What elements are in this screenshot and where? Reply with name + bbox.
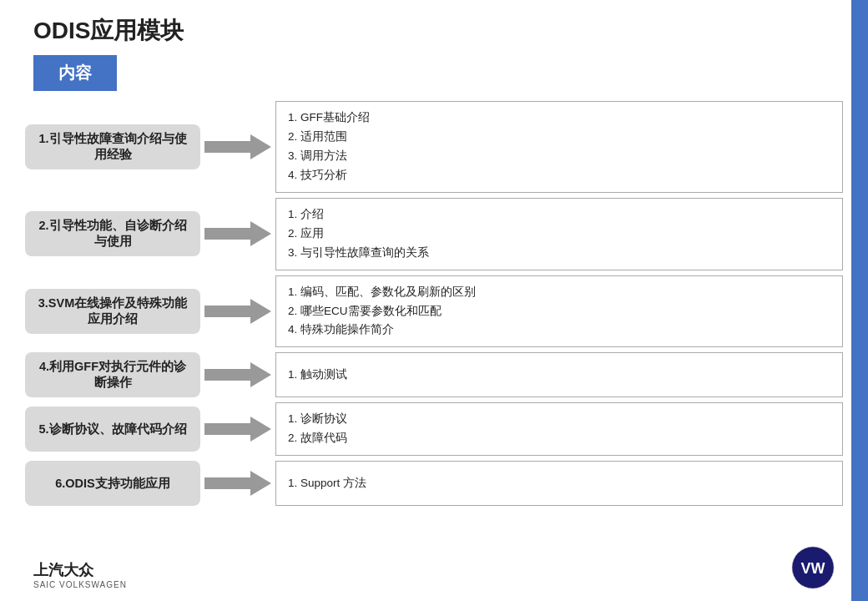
svg-marker-4: [204, 417, 271, 442]
svg-marker-1: [204, 221, 271, 246]
list-item: 2. 应用: [288, 225, 830, 244]
svg-marker-2: [204, 299, 271, 324]
svg-marker-5: [204, 471, 271, 496]
svg-marker-0: [204, 134, 271, 159]
list-item: 4. 特殊功能操作简介: [288, 321, 830, 340]
list-item: 1. 诊断协议: [288, 410, 830, 429]
footer-en: SAIC VOLKSWAGEN: [33, 580, 127, 589]
page-title: ODIS应用模块: [0, 0, 868, 55]
right-content-row3: 1. 编码、匹配、参数化及刷新的区别2. 哪些ECU需要参数化和匹配4. 特殊功…: [275, 275, 843, 348]
footer: 上汽大众 SAIC VOLKSWAGEN: [33, 560, 127, 589]
arrow-row5: [200, 415, 275, 443]
right-content-row5: 1. 诊断协议2. 故障代码: [275, 402, 843, 456]
right-content-row2: 1. 介绍2. 应用3. 与引导性故障查询的关系: [275, 198, 843, 270]
list-item: 2. 哪些ECU需要参数化和匹配: [288, 302, 830, 321]
right-content-row6: 1. Support 方法: [275, 461, 843, 506]
arrow-row6: [200, 469, 275, 497]
main-content: 1.引导性故障查询介绍与使用经验 1. GFF基础介绍2. 适用范围3. 调用方…: [0, 101, 868, 506]
footer-cn: 上汽大众: [33, 560, 127, 580]
left-label-row2: 2.引导性功能、自诊断介绍与使用: [25, 211, 200, 256]
list-item: 1. GFF基础介绍: [288, 109, 830, 128]
list-item: 4. 技巧分析: [288, 166, 830, 185]
content-row-row2: 2.引导性功能、自诊断介绍与使用 1. 介绍2. 应用3. 与引导性故障查询的关…: [25, 198, 843, 270]
arrow-row4: [200, 361, 275, 389]
content-row-row1: 1.引导性故障查询介绍与使用经验 1. GFF基础介绍2. 适用范围3. 调用方…: [25, 101, 843, 193]
svg-text:VW: VW: [801, 560, 825, 577]
vw-logo: VW: [791, 546, 835, 593]
content-label: 内容: [33, 55, 117, 91]
content-row-row6: 6.ODIS支持功能应用 1. Support 方法: [25, 461, 843, 506]
list-item: 3. 与引导性故障查询的关系: [288, 244, 830, 263]
list-item: 1. 触动测试: [288, 366, 830, 385]
list-item: 1. 介绍: [288, 205, 830, 225]
list-item: 2. 适用范围: [288, 128, 830, 147]
left-label-row3: 3.SVM在线操作及特殊功能应用介绍: [25, 289, 200, 334]
right-content-row1: 1. GFF基础介绍2. 适用范围3. 调用方法4. 技巧分析: [275, 101, 843, 193]
arrow-row2: [200, 220, 275, 248]
side-bar: [851, 0, 868, 601]
left-label-row6: 6.ODIS支持功能应用: [25, 461, 200, 506]
left-label-row1: 1.引导性故障查询介绍与使用经验: [25, 124, 200, 169]
list-item: 3. 调用方法: [288, 147, 830, 166]
right-content-row4: 1. 触动测试: [275, 352, 843, 397]
arrow-row3: [200, 297, 275, 326]
arrow-row1: [200, 133, 275, 161]
list-item: 1. 编码、匹配、参数化及刷新的区别: [288, 283, 830, 302]
svg-marker-3: [204, 362, 271, 387]
left-label-row5: 5.诊断协议、故障代码介绍: [25, 407, 200, 452]
list-item: 2. 故障代码: [288, 429, 830, 448]
left-label-row4: 4.利用GFF对执行元件的诊断操作: [25, 352, 200, 397]
list-item: 1. Support 方法: [288, 474, 830, 493]
content-row-row5: 5.诊断协议、故障代码介绍 1. 诊断协议2. 故障代码: [25, 402, 843, 456]
content-row-row3: 3.SVM在线操作及特殊功能应用介绍 1. 编码、匹配、参数化及刷新的区别2. …: [25, 275, 843, 348]
content-row-row4: 4.利用GFF对执行元件的诊断操作 1. 触动测试: [25, 352, 843, 397]
